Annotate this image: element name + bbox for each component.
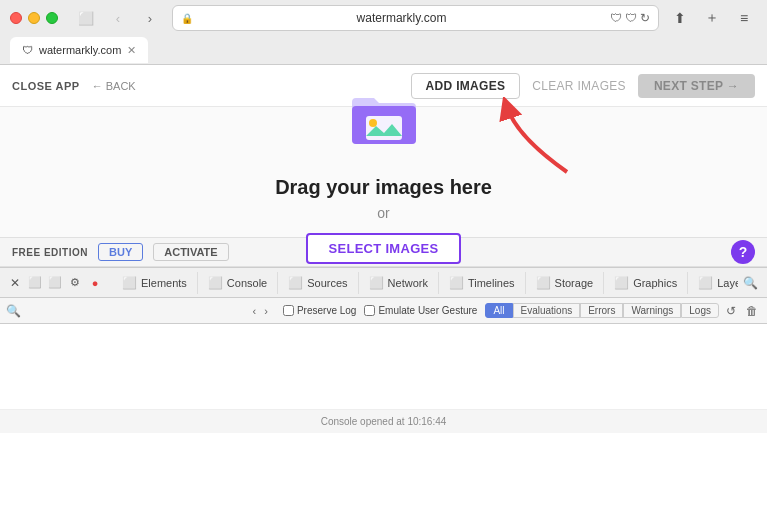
- filter-tab-errors[interactable]: Errors: [580, 303, 623, 318]
- preserve-log-checkbox[interactable]: [283, 305, 294, 316]
- filter-tab-evaluations[interactable]: Evaluations: [513, 303, 581, 318]
- devtools-icon-settings[interactable]: ⚙: [66, 274, 84, 292]
- devtools-trash-btn[interactable]: 🗑: [743, 304, 761, 318]
- preserve-log-label[interactable]: Preserve Log: [283, 305, 356, 316]
- console-footer: Console opened at 10:16:44: [0, 409, 767, 433]
- devtools-filter-tabs: All Evaluations Errors Warnings Logs: [485, 303, 719, 318]
- tab-bar: 🛡 watermarkly.com ✕: [0, 36, 767, 64]
- folder-icon: [344, 80, 424, 160]
- devtools-search-input[interactable]: [25, 305, 246, 317]
- devtools-tab-timelines[interactable]: ⬜ Timelines: [439, 272, 526, 294]
- devtools-tab-list: ⬜ Elements ⬜ Console ⬜ Sources ⬜ Network…: [112, 272, 738, 294]
- activate-button[interactable]: ACTIVATE: [153, 243, 228, 261]
- devtools-search-bar: 🔍 ‹ › Preserve Log Emulate User Gesture …: [0, 298, 767, 324]
- tab-title: watermarkly.com: [39, 44, 121, 56]
- network-icon: ⬜: [369, 276, 384, 290]
- elements-label: Elements: [141, 277, 187, 289]
- browser-nav-controls: ⬜ ‹ ›: [72, 7, 164, 29]
- devtools-icon-error[interactable]: ●: [86, 274, 104, 292]
- tab-close-btn[interactable]: ✕: [127, 44, 136, 57]
- sources-icon: ⬜: [288, 276, 303, 290]
- select-images-button[interactable]: SELECT IMAGES: [306, 233, 460, 264]
- back-button[interactable]: ← BACK: [92, 80, 136, 92]
- clear-images-button[interactable]: CLEAR IMAGES: [532, 79, 626, 93]
- drag-text: Drag your images here: [275, 176, 492, 199]
- timelines-icon: ⬜: [449, 276, 464, 290]
- devtools-tab-console[interactable]: ⬜ Console: [198, 272, 278, 294]
- elements-icon: ⬜: [122, 276, 137, 290]
- graphics-label: Graphics: [633, 277, 677, 289]
- network-label: Network: [388, 277, 428, 289]
- storage-icon: ⬜: [536, 276, 551, 290]
- devtools-content-area: [0, 324, 767, 409]
- title-bar: ⬜ ‹ › 🔒 🛡 🛡 ↻ ⬆ ＋ ≡: [0, 0, 767, 36]
- help-button[interactable]: ?: [731, 240, 755, 264]
- devtools-tab-graphics[interactable]: ⬜ Graphics: [604, 272, 688, 294]
- lock-icon: 🔒: [181, 13, 193, 24]
- emulate-gesture-checkbox[interactable]: [364, 305, 375, 316]
- devtools-tab-layers[interactable]: ⬜ Layers: [688, 272, 738, 294]
- devtools-tab-network[interactable]: ⬜ Network: [359, 272, 439, 294]
- active-tab[interactable]: 🛡 watermarkly.com ✕: [10, 37, 148, 63]
- close-traffic-light[interactable]: [10, 12, 22, 24]
- main-content-area: Drag your images here or SELECT IMAGES: [0, 107, 767, 237]
- free-edition-label: FREE EDITION: [12, 247, 88, 258]
- devtools-search-icon: 🔍: [6, 304, 21, 318]
- devtools-nav-btns: ‹ ›: [250, 305, 271, 317]
- console-icon: ⬜: [208, 276, 223, 290]
- browser-right-actions: ⬆ ＋ ≡: [667, 7, 757, 29]
- maximize-traffic-light[interactable]: [46, 12, 58, 24]
- svg-point-2: [369, 119, 377, 127]
- filter-tab-warnings[interactable]: Warnings: [623, 303, 681, 318]
- drag-icon-wrap: [344, 80, 424, 164]
- back-btn[interactable]: ‹: [104, 7, 132, 29]
- address-bar[interactable]: [197, 11, 606, 25]
- share-btn[interactable]: ⬆: [667, 7, 693, 29]
- layers-label: Layers: [717, 277, 738, 289]
- layers-icon: ⬜: [698, 276, 713, 290]
- forward-btn[interactable]: ›: [136, 7, 164, 29]
- sources-label: Sources: [307, 277, 347, 289]
- devtools-filter-options: Preserve Log Emulate User Gesture: [283, 305, 477, 316]
- or-text: or: [377, 205, 389, 221]
- devtools-nav-prev[interactable]: ‹: [250, 305, 260, 317]
- timelines-label: Timelines: [468, 277, 515, 289]
- emulate-gesture-text: Emulate User Gesture: [378, 305, 477, 316]
- browser-chrome: ⬜ ‹ › 🔒 🛡 🛡 ↻ ⬆ ＋ ≡ 🛡 watermarkly.com ✕: [0, 0, 767, 65]
- devtools-icon-row: ⬜ ⬜ ⚙ ●: [26, 274, 104, 292]
- devtools-icon-dock[interactable]: ⬜: [26, 274, 44, 292]
- address-actions: 🛡 🛡 ↻: [610, 11, 650, 25]
- filter-tab-all[interactable]: All: [485, 303, 512, 318]
- next-step-button[interactable]: NEXT STEP →: [638, 74, 755, 98]
- devtools-search-btn[interactable]: 🔍: [740, 276, 761, 290]
- devtools-icon-split[interactable]: ⬜: [46, 274, 64, 292]
- minimize-traffic-light[interactable]: [28, 12, 40, 24]
- shield-icon-2: 🛡: [625, 11, 637, 25]
- address-bar-container: 🔒 🛡 🛡 ↻: [172, 5, 659, 31]
- storage-label: Storage: [555, 277, 594, 289]
- devtools-panel: ✕ ⬜ ⬜ ⚙ ● ⬜ Elements ⬜ Console ⬜ Sources…: [0, 267, 767, 433]
- overflow-btn[interactable]: ≡: [731, 7, 757, 29]
- close-app-button[interactable]: CLOSE APP: [12, 80, 80, 92]
- traffic-lights: [10, 12, 58, 24]
- graphics-icon: ⬜: [614, 276, 629, 290]
- add-images-button[interactable]: ADD IMAGES: [411, 73, 521, 99]
- new-tab-btn[interactable]: ＋: [699, 7, 725, 29]
- sidebar-toggle-btn[interactable]: ⬜: [72, 7, 100, 29]
- emulate-gesture-label[interactable]: Emulate User Gesture: [364, 305, 477, 316]
- buy-button[interactable]: BUY: [98, 243, 143, 261]
- devtools-clear-btn[interactable]: ↺: [723, 304, 739, 318]
- console-label: Console: [227, 277, 267, 289]
- filter-tab-logs[interactable]: Logs: [681, 303, 719, 318]
- tab-shield-icon: 🛡: [22, 44, 33, 56]
- console-footer-text: Console opened at 10:16:44: [321, 416, 447, 427]
- refresh-icon[interactable]: ↻: [640, 11, 650, 25]
- devtools-tab-storage[interactable]: ⬜ Storage: [526, 272, 605, 294]
- devtools-tab-sources[interactable]: ⬜ Sources: [278, 272, 358, 294]
- devtools-tab-bar: ✕ ⬜ ⬜ ⚙ ● ⬜ Elements ⬜ Console ⬜ Sources…: [0, 268, 767, 298]
- back-label: ← BACK: [92, 80, 136, 92]
- devtools-close-btn[interactable]: ✕: [6, 274, 24, 292]
- preserve-log-text: Preserve Log: [297, 305, 356, 316]
- devtools-tab-elements[interactable]: ⬜ Elements: [112, 272, 198, 294]
- devtools-nav-next[interactable]: ›: [261, 305, 271, 317]
